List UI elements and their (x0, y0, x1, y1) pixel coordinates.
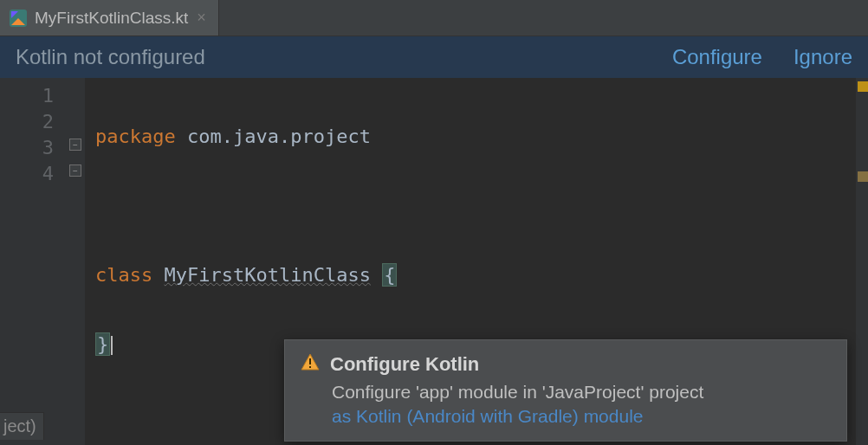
text-caret (111, 336, 113, 355)
editor-tab-bar: MyFirstKotlinClass.kt × (0, 0, 868, 36)
editor-tab[interactable]: MyFirstKotlinClass.kt × (0, 0, 219, 35)
truncated-breadcrumb: ject) (0, 412, 44, 440)
line-number: 4 (0, 161, 68, 187)
weak-warning-marker[interactable] (858, 171, 868, 182)
warning-icon (301, 352, 320, 377)
banner-configure-link[interactable]: Configure (672, 45, 762, 69)
popup-action-link[interactable]: as Kotlin (Android with Gradle) module (332, 406, 644, 426)
keyword: class (95, 264, 152, 286)
svg-rect-4 (309, 358, 311, 364)
class-name: MyFirstKotlinClass (164, 264, 370, 286)
fold-column: − − (68, 78, 85, 445)
open-brace: { (382, 263, 397, 287)
warning-marker[interactable] (858, 81, 868, 92)
close-brace: } (95, 332, 110, 356)
line-number-gutter: 1 2 3 4 (0, 78, 68, 445)
fold-toggle-icon[interactable]: − (69, 164, 81, 177)
popup-description: Configure 'app' module in 'JavaProject' … (301, 382, 831, 403)
close-tab-icon[interactable]: × (195, 9, 208, 27)
kotlin-not-configured-banner: Kotlin not configured Configure Ignore (0, 36, 868, 78)
banner-ignore-link[interactable]: Ignore (794, 45, 852, 69)
error-stripe (856, 78, 868, 445)
line-number: 2 (0, 109, 68, 135)
intention-popup: Configure Kotlin Configure 'app' module … (284, 339, 847, 442)
line-number: 3 (0, 135, 68, 161)
banner-message: Kotlin not configured (16, 45, 205, 69)
keyword: package (95, 126, 176, 147)
editor-tab-filename: MyFirstKotlinClass.kt (35, 9, 188, 28)
kotlin-file-icon (9, 9, 28, 28)
fold-toggle-icon[interactable]: − (69, 139, 81, 151)
line-number: 1 (0, 83, 68, 109)
popup-title: Configure Kotlin (330, 353, 479, 376)
svg-rect-5 (309, 366, 311, 368)
package-name: com.java.project (176, 126, 371, 147)
